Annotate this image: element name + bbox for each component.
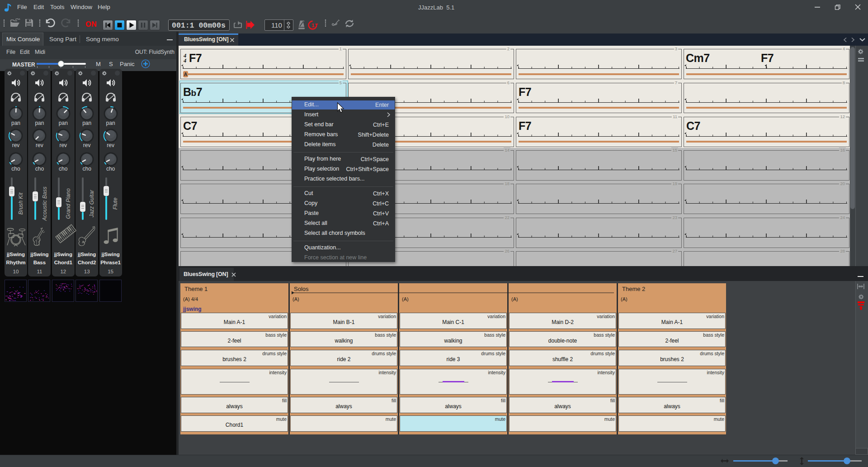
svg-text:1: 1 [311, 23, 315, 28]
